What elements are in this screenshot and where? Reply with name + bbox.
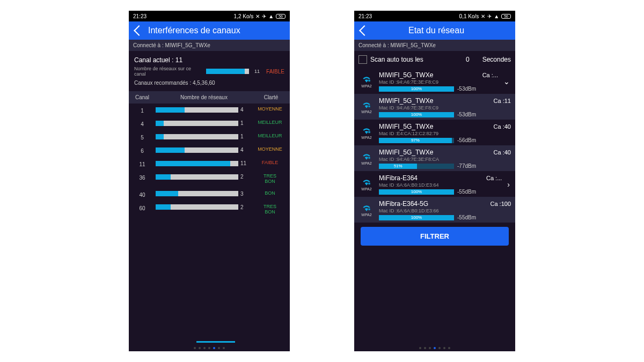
signal-dbm: -55dBm — [457, 189, 476, 195]
back-icon[interactable] — [134, 25, 144, 36]
channel-number: 5 — [129, 134, 156, 141]
wifi-icon: WPA2 — [358, 127, 375, 139]
page-dots — [354, 344, 515, 351]
scan-checkbox[interactable] — [358, 55, 367, 64]
channel-count: 3 — [240, 191, 250, 197]
svg-rect-7 — [369, 157, 370, 159]
count-label: Nombre de réseaux sur ce canal — [134, 66, 201, 77]
scan-row: Scan auto tous les 0 Secondes — [354, 51, 515, 68]
wifi-icon: ▲ — [494, 13, 499, 19]
scan-value[interactable]: 0 — [466, 56, 470, 63]
network-channel: Ca :... — [486, 175, 502, 181]
connected-bar: Connecté à : MIWIFI_5G_TWXe — [129, 40, 290, 51]
security-label: WPA2 — [358, 110, 375, 114]
channel-row[interactable]: 5 1 MEILLEUR — [129, 130, 290, 144]
network-item[interactable]: WPA2 MIWIFI_5G_TWXe Ca :... Mac ID :94:A… — [354, 68, 515, 94]
chevron-down-icon[interactable]: ⌄ — [502, 77, 511, 86]
phone-right: 21:23 0,1 Ko/s ✕ ✈ ▲ 56 Etat du réseau C… — [354, 11, 515, 351]
scan-unit: Secondes — [482, 56, 511, 63]
network-channel: Ca :11 — [494, 98, 511, 104]
signal-bar: 100% — [379, 189, 454, 195]
count-bar — [206, 69, 249, 74]
channel-list: 1 4 MOYENNE 4 1 MEILLEUR 5 1 MEILLEUR 6 … — [129, 104, 290, 218]
header: Etat du réseau — [354, 21, 515, 40]
count-value: 11 — [254, 69, 260, 74]
channel-number: 60 — [129, 204, 156, 211]
signal-bar: 97% — [379, 138, 454, 143]
svg-rect-1 — [369, 80, 370, 82]
channel-clarity: TRESBON — [250, 204, 290, 215]
signal-dbm: -55dBm — [457, 215, 476, 220]
channel-bar — [156, 134, 238, 139]
network-mac: Mac ID :94:A6:7E:3E:F8:CA — [379, 157, 511, 162]
filter-button[interactable]: FILTRER — [361, 227, 509, 246]
network-name: MIWIFI_5G_TWXe — [379, 149, 433, 156]
channel-clarity: FAIBLE — [250, 160, 290, 166]
chevron-right-icon[interactable]: › — [506, 180, 511, 189]
mute-icon: ✕ — [255, 13, 260, 19]
network-mac: Mac ID :E4:CA:12:C2:82:79 — [379, 131, 511, 136]
table-header: Canal Nombre de réseaux Clarté — [129, 91, 290, 104]
svg-rect-3 — [369, 106, 370, 107]
wifi-icon: WPA2 — [358, 178, 375, 191]
channel-row[interactable]: 4 1 MEILLEUR — [129, 117, 290, 130]
network-item[interactable]: WPA2 MiFibra-E364 Ca :... Mac ID :6A:6A:… — [354, 171, 515, 197]
status-bar: 21:23 1,2 Ko/s ✕ ✈ ▲ 56 — [129, 11, 290, 21]
svg-rect-5 — [369, 131, 370, 133]
network-name: MIWIFI_5G_TWXe — [379, 97, 433, 105]
channel-count: 1 — [240, 134, 250, 139]
network-mac: Mac ID :94:A6:7E:3E:F8:C9 — [379, 105, 511, 110]
channel-bar — [156, 204, 238, 210]
status-bar: 21:23 0,1 Ko/s ✕ ✈ ▲ 56 — [354, 11, 515, 21]
network-item[interactable]: WPA2 MIWIFI_5G_TWXe Ca :11 Mac ID :94:A6… — [354, 94, 515, 120]
network-item[interactable]: WPA2 MiFibra-E364-5G Ca :100 Mac ID :6A:… — [354, 197, 515, 223]
battery-icon: 56 — [276, 14, 286, 19]
recommended-channels: Canaux recommandés : 4,5,36,60 — [134, 80, 284, 86]
channel-bar — [156, 174, 238, 180]
summary-section: Canal actuel : 11 Nombre de réseaux sur … — [129, 51, 290, 91]
channel-row[interactable]: 40 3 BON — [129, 188, 290, 201]
wifi-icon: ▲ — [268, 13, 274, 19]
security-label: WPA2 — [358, 161, 375, 165]
page-dots — [129, 344, 290, 351]
battery-icon: 56 — [501, 14, 511, 19]
security-label: WPA2 — [358, 213, 375, 217]
wifi-icon: WPA2 — [358, 75, 375, 88]
network-list: WPA2 MIWIFI_5G_TWXe Ca :... Mac ID :94:A… — [354, 68, 515, 223]
current-channel: Canal actuel : 11 — [134, 56, 284, 64]
channel-number: 40 — [129, 191, 156, 198]
phone-left: 21:23 1,2 Ko/s ✕ ✈ ▲ 56 Interférences de… — [129, 11, 290, 351]
channel-row[interactable]: 11 11 FAIBLE — [129, 157, 290, 171]
security-label: WPA2 — [358, 136, 375, 139]
network-channel: Ca :100 — [490, 201, 511, 207]
signal-bar: 51% — [379, 164, 454, 169]
rating: FAIBLE — [266, 69, 284, 75]
channel-row[interactable]: 1 4 MOYENNE — [129, 104, 290, 117]
security-label: WPA2 — [358, 187, 375, 191]
airplane-icon: ✈ — [262, 13, 266, 19]
channel-row[interactable]: 6 4 MOYENNE — [129, 144, 290, 157]
connected-bar: Connecté à : MIWIFI_5G_TWXe — [354, 40, 515, 51]
channel-number: 6 — [129, 147, 156, 154]
channel-count: 4 — [240, 107, 250, 113]
status-time: 21:23 — [133, 13, 147, 19]
channel-number: 1 — [129, 107, 156, 114]
network-channel: Ca :... — [482, 72, 498, 78]
network-name: MiFibra-E364 — [379, 174, 418, 182]
channel-clarity: TRESBON — [250, 174, 290, 184]
network-item[interactable]: WPA2 MIWIFI_5G_TWXe Ca :40 Mac ID :94:A6… — [354, 145, 515, 171]
channel-row[interactable]: 36 2 TRESBON — [129, 171, 290, 188]
channel-bar — [156, 161, 238, 166]
channel-count: 2 — [240, 204, 250, 210]
network-mac: Mac ID :94:A6:7E:3E:F8:C9 — [379, 79, 498, 85]
signal-dbm: -53dBm — [457, 112, 476, 117]
channel-row[interactable]: 60 2 TRESBON — [129, 201, 290, 218]
channel-count: 4 — [240, 147, 250, 153]
channel-number: 11 — [129, 160, 156, 167]
network-item[interactable]: WPA2 MIWIFI_5G_TWXe Ca :40 Mac ID :E4:CA… — [354, 120, 515, 145]
channel-clarity: MEILLEUR — [250, 120, 290, 125]
channel-bar — [156, 121, 238, 126]
channel-clarity: BON — [250, 191, 290, 196]
signal-dbm: -77dBm — [457, 163, 476, 169]
scan-label: Scan auto tous les — [370, 56, 423, 63]
